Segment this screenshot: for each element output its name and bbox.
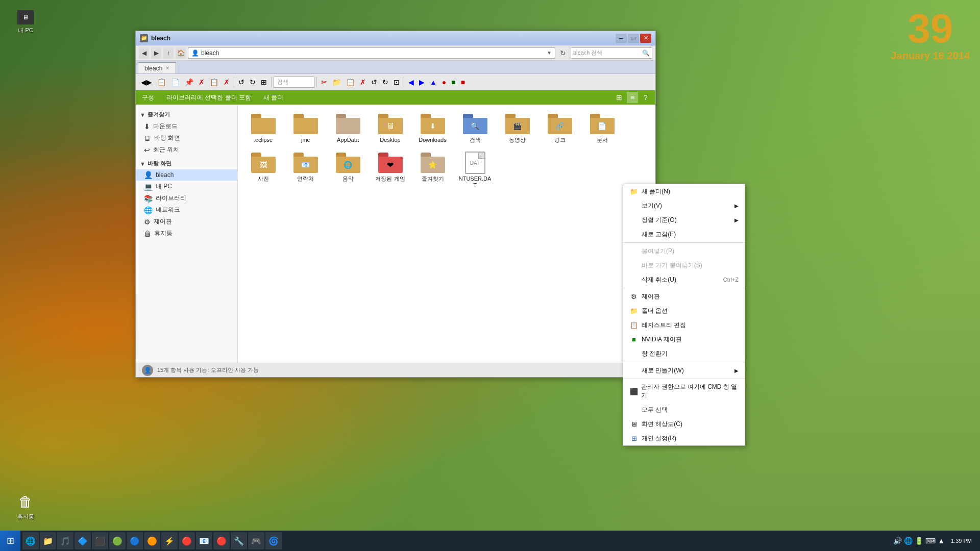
file-item-desktopp[interactable]: 🖥 Desktop — [371, 111, 409, 145]
view-list-button[interactable]: ≡ — [627, 92, 638, 103]
toolbar-btn-11[interactable]: ⊡ — [391, 76, 402, 89]
sidebar-item-controlpanel[interactable]: ⚙ 제어판 — [136, 216, 237, 228]
menu-item-library[interactable]: 라이브러리에 선택한 폴더 포함 — [164, 93, 253, 102]
sidebar-desktop-header[interactable]: ▼ 바탕 화면 — [136, 158, 237, 169]
ctx-undo-delete[interactable]: 삭제 취소(U) Ctrl+Z — [623, 272, 745, 287]
ctx-window-switch[interactable]: 창 전환기 — [623, 346, 745, 361]
toolbar-btn-6[interactable]: ⊞ — [259, 76, 269, 89]
toolbar-btn-13[interactable]: ■ — [459, 76, 467, 89]
toolbar-search[interactable]: 검색 — [274, 77, 314, 88]
forward-button[interactable]: ▶ — [151, 47, 161, 59]
toolbar-btn-redo[interactable]: ↻ — [248, 76, 258, 89]
taskbar-item-15[interactable]: 🌀 — [265, 532, 282, 549]
taskbar-explorer[interactable]: 📁 — [40, 532, 56, 549]
file-item-eclipse[interactable]: .eclipse — [244, 111, 282, 145]
toolbar-btn-undo[interactable]: ↺ — [236, 76, 247, 89]
ctx-folder-options[interactable]: 📁 폴더 옵션 — [623, 304, 745, 318]
sidebar-item-recent[interactable]: ↩ 최근 위치 — [136, 144, 237, 156]
file-item-contacts[interactable]: 📧 연락처 — [286, 149, 325, 191]
taskbar-item-7[interactable]: 🔵 — [127, 532, 143, 549]
toolbar-btn-paste[interactable]: 📌 — [183, 76, 195, 89]
toolbar-btn-9[interactable]: ↺ — [369, 76, 379, 89]
toolbar-btn-properties[interactable]: 📋 — [208, 76, 220, 89]
sidebar-item-mypc[interactable]: 💻 내 PC — [136, 181, 237, 192]
file-item-downloads[interactable]: ⬇ Downloads — [413, 111, 452, 145]
file-item-savedgames[interactable]: ❤ 저장된 게임 — [371, 149, 409, 191]
ctx-controlpanel[interactable]: ⚙ 제어판 — [623, 289, 745, 304]
toolbar-btn-delete2[interactable]: ✗ — [222, 76, 232, 89]
desktop-icon-pc[interactable]: 🖥 내 PC — [10, 10, 41, 34]
start-button[interactable]: ⊞ — [0, 531, 20, 551]
menu-item-newfolder[interactable]: 새 폴더 — [261, 93, 285, 102]
toolbar-btn-10[interactable]: ↻ — [380, 76, 390, 89]
home-button[interactable]: 🏠 — [176, 47, 186, 59]
ctx-view[interactable]: 보기(V) ▶ — [623, 198, 745, 213]
file-item-search[interactable]: 🔍 검색 — [456, 111, 494, 145]
ctx-cmd[interactable]: ⬛ 관리자 권한으로 여기에 CMD 창 열기 — [623, 380, 745, 403]
view-grid-button[interactable]: ⊞ — [614, 92, 625, 103]
taskbar-mediaplayer[interactable]: 🎵 — [57, 532, 74, 549]
toolbar-btn-12[interactable]: ■ — [449, 76, 457, 89]
toolbar-btn-left[interactable]: ◀ — [406, 76, 416, 89]
toolbar-btn-cut[interactable]: ✂ — [319, 76, 329, 89]
close-button[interactable]: ✕ — [640, 34, 651, 43]
taskbar-item-10[interactable]: 🔴 — [179, 532, 195, 549]
ctx-nvidia[interactable]: ■ NVIDIA 제어판 — [623, 332, 745, 346]
taskbar-item-4[interactable]: 🔷 — [75, 532, 91, 549]
taskbar-ie[interactable]: 🌐 — [22, 532, 39, 549]
ctx-sort[interactable]: 정렬 기준(O) ▶ — [623, 213, 745, 227]
sidebar-item-library[interactable]: 📚 라이브러리 — [136, 192, 237, 204]
taskbar-item-8[interactable]: 🟠 — [144, 532, 160, 549]
file-item-jmc[interactable]: jmc — [286, 111, 325, 145]
file-item-docs[interactable]: 📄 문서 — [583, 111, 621, 145]
taskbar-item-14[interactable]: 🎮 — [248, 532, 264, 549]
ctx-resolution[interactable]: 🖥 화면 해상도(C) — [623, 417, 745, 431]
tray-icon-4[interactable]: ⌨ — [925, 537, 936, 545]
taskbar-item-5[interactable]: ⬛ — [92, 532, 108, 549]
minimize-button[interactable]: ─ — [616, 34, 627, 43]
tray-icon-2[interactable]: 🌐 — [904, 537, 913, 545]
sidebar-item-downloads[interactable]: ⬇ 다운로드 — [136, 120, 237, 132]
menu-item-config[interactable]: 구성 — [140, 93, 156, 102]
ctx-new[interactable]: 새로 만들기(W) ▶ — [623, 363, 745, 378]
toolbar-btn-8[interactable]: 📋 — [344, 76, 357, 89]
taskbar-item-12[interactable]: 🔴 — [213, 532, 230, 549]
toolbar-btn-red[interactable]: ● — [440, 76, 448, 89]
ctx-select-all[interactable]: 모두 선택 — [623, 403, 745, 417]
tray-icon-3[interactable]: 🔋 — [915, 537, 923, 545]
maximize-button[interactable]: □ — [628, 34, 639, 43]
ctx-new-folder[interactable]: 📁 새 폴더(N) — [623, 184, 745, 198]
ctx-personalize[interactable]: ⊞ 개인 설정(R) — [623, 431, 745, 445]
recycle-bin-icon[interactable]: 🗑 휴지통 — [10, 492, 41, 520]
search-box[interactable]: bleach 검색 🔍 — [571, 47, 652, 59]
file-item-links[interactable]: 🔗 링크 — [541, 111, 579, 145]
taskbar-item-13[interactable]: 🔧 — [231, 532, 247, 549]
tray-icon-1[interactable]: 🔊 — [893, 537, 902, 545]
toolbar-btn-1[interactable]: ◀▶ — [139, 76, 154, 89]
ctx-registry[interactable]: 📋 레지스트리 편집 — [623, 318, 745, 332]
file-item-favorites[interactable]: ⭐ 즐겨찾기 — [413, 149, 452, 191]
address-input[interactable]: 👤 bleach ▼ — [188, 47, 555, 59]
toolbar-btn-right[interactable]: ▶ — [417, 76, 427, 89]
view-help-button[interactable]: ? — [640, 92, 651, 103]
file-item-ntuser[interactable]: DAT NTUSER.DAT — [456, 149, 494, 191]
toolbar-btn-delete3[interactable]: ✗ — [358, 76, 368, 89]
sidebar-item-network[interactable]: 🌐 네트워크 — [136, 204, 237, 216]
tab-bleach[interactable]: bleach ✕ — [138, 62, 176, 73]
toolbar-btn-up2[interactable]: ▲ — [428, 76, 439, 89]
taskbar-item-11[interactable]: 📧 — [196, 532, 212, 549]
up-button[interactable]: ↑ — [163, 47, 174, 59]
sidebar-item-bleach[interactable]: 👤 bleach — [136, 169, 237, 181]
tab-close-button[interactable]: ✕ — [165, 65, 169, 71]
search-icon[interactable]: 🔍 — [642, 49, 650, 57]
sidebar-favorites-header[interactable]: ▼ 즐겨찾기 — [136, 109, 237, 120]
ctx-refresh[interactable]: 새로 고침(E) — [623, 227, 745, 241]
toolbar-btn-7[interactable]: 📁 — [330, 76, 343, 89]
address-dropdown[interactable]: ▼ — [547, 50, 552, 56]
file-item-videos[interactable]: 🎬 동영상 — [498, 111, 536, 145]
taskbar-item-9[interactable]: ⚡ — [161, 532, 178, 549]
sidebar-item-recycle[interactable]: 🗑 휴지통 — [136, 228, 237, 239]
back-button[interactable]: ◀ — [139, 47, 149, 59]
file-item-appdata[interactable]: AppData — [329, 111, 367, 145]
file-item-photos[interactable]: 🖼 사진 — [244, 149, 282, 191]
